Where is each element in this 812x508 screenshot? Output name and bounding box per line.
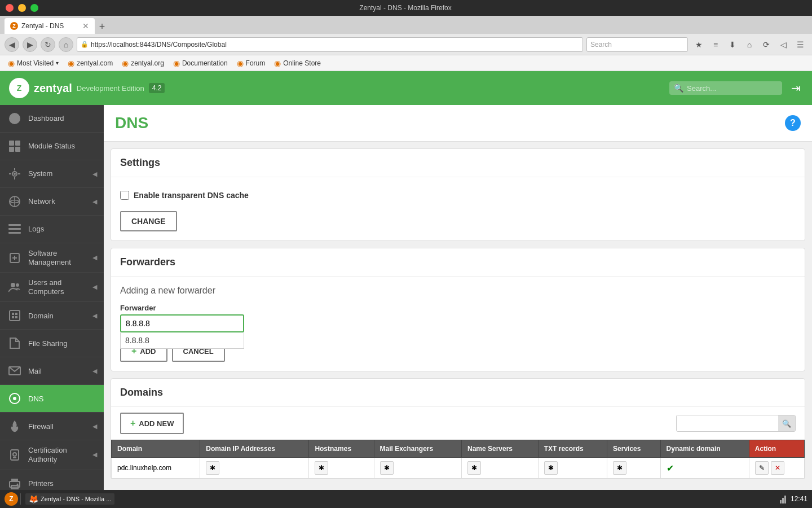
window-title: Zentyal - DNS - Mozilla Firefox (38, 4, 773, 12)
delete-domain-button[interactable]: ✕ (771, 461, 784, 475)
services-action-btn[interactable]: ✱ (613, 461, 626, 475)
users-icon (7, 279, 23, 295)
col-txt: TXT records (538, 440, 607, 458)
most-visited-bookmark[interactable]: ◉ Most Visited ▾ (5, 58, 62, 69)
edit-domain-button[interactable]: ✎ (755, 461, 769, 475)
forwarder-input[interactable] (120, 314, 244, 332)
browser-titlebar: Zentyal - DNS - Mozilla Firefox (0, 0, 812, 16)
zentyal-logout-button[interactable]: ⇥ (789, 79, 803, 97)
tab-close-icon[interactable]: ✕ (82, 21, 89, 30)
settings-section: Settings Enable transparent DNS cache CH… (111, 148, 805, 241)
table-row: pdc.linuxhelp.com ✱ ✱ (112, 458, 805, 479)
col-domain: Domain (112, 440, 200, 458)
zentyal-logo-circle: Z (9, 78, 29, 98)
refresh-button[interactable]: ↻ (41, 37, 55, 52)
sync-icon[interactable]: ⟳ (759, 37, 774, 52)
bookmark-forum[interactable]: ◉ Forum (233, 58, 269, 69)
page-header: DNS ? (104, 105, 812, 142)
zentyal-org-label: zentyal.org (131, 59, 164, 67)
enable-dns-cache-checkbox[interactable] (120, 191, 129, 200)
svg-point-35 (17, 483, 19, 485)
zentyal-org-icon: ◉ (122, 59, 129, 68)
sidebar-item-file-sharing[interactable]: File Sharing (0, 330, 104, 357)
bookmark-documentation[interactable]: ◉ Documentation (170, 58, 231, 69)
zentyal-version: 4.2 (149, 83, 165, 93)
tab-bar: Z Zentyal - DNS ✕ + (0, 16, 812, 34)
module-status-icon (7, 138, 23, 154)
svg-point-30 (13, 453, 16, 456)
page-title: DNS (115, 114, 148, 132)
forwarder-suggestion-item[interactable]: 8.8.8.8 (121, 332, 244, 348)
forwarder-suggestion-dropdown[interactable]: 8.8.8.8 (120, 332, 244, 349)
svg-rect-4 (15, 147, 20, 152)
reading-view-icon[interactable]: ≡ (708, 37, 723, 52)
taskbar-os-icon[interactable]: Z (5, 492, 18, 506)
bookmark-online-store[interactable]: ◉ Online Store (271, 58, 324, 69)
forward-button[interactable]: ▶ (23, 37, 37, 52)
sidebar-label-users: Users and Computers (28, 278, 87, 296)
pocket-icon[interactable]: ◁ (776, 37, 791, 52)
maximize-btn[interactable] (30, 4, 38, 12)
svg-rect-21 (10, 310, 20, 321)
forwarder-subtitle: Adding a new forwarder (120, 286, 796, 296)
hostnames-action-btn[interactable]: ✱ (315, 461, 328, 475)
bookmark-zentyal-com[interactable]: ◉ zentyal.com (64, 58, 116, 69)
zentyal-search[interactable]: 🔍 (669, 81, 782, 95)
minimize-btn[interactable] (18, 4, 26, 12)
sidebar-label-system: System (28, 169, 87, 178)
toolbar-icons: ★ ≡ ⬇ ⌂ ⟳ ◁ ☰ (691, 37, 807, 52)
sidebar-item-firewall[interactable]: Firewall ◀ (0, 413, 104, 440)
add-new-label: ADD NEW (139, 419, 174, 428)
close-btn[interactable] (6, 4, 14, 12)
forwarders-section: Forwarders Adding a new forwarder Forwar… (111, 248, 805, 371)
sidebar-item-users-computers[interactable]: Users and Computers ◀ (0, 273, 104, 302)
sidebar-item-system[interactable]: System ◀ (0, 160, 104, 188)
zentyal-search-input[interactable] (687, 84, 766, 93)
tab-title: Zentyal - DNS (21, 22, 64, 30)
address-bar[interactable]: 🔒 https://localhost:8443/DNS/Composite/G… (77, 37, 583, 52)
browser-tab[interactable]: Z Zentyal - DNS ✕ (5, 18, 95, 34)
sidebar-item-module-status[interactable]: Module Status (0, 133, 104, 160)
menu-icon[interactable]: ☰ (793, 37, 807, 52)
nameservers-action-btn[interactable]: ✱ (467, 461, 481, 475)
mail-icon (7, 363, 23, 379)
domain-search-input[interactable] (677, 415, 778, 431)
sidebar-item-mail[interactable]: Mail ◀ (0, 357, 104, 385)
network-chevron: ◀ (92, 198, 97, 205)
home-button[interactable]: ⌂ (59, 37, 73, 52)
add-domain-button[interactable]: + ADD NEW (120, 413, 184, 434)
col-domain-ip: Domain IP Addresses (200, 440, 309, 458)
bookmarks-icon[interactable]: ★ (691, 37, 706, 52)
change-button[interactable]: CHANGE (120, 211, 177, 231)
sidebar-item-dashboard[interactable]: Dashboard (0, 105, 104, 133)
sidebar-item-network[interactable]: Network ◀ (0, 188, 104, 216)
sidebar-item-software[interactable]: Software Management ◀ (0, 243, 104, 273)
back-button[interactable]: ◀ (5, 37, 19, 52)
svg-rect-25 (15, 316, 17, 318)
system-chevron: ◀ (92, 170, 97, 178)
dns-icon (7, 391, 23, 406)
home-toolbar-icon[interactable]: ⌂ (742, 37, 757, 52)
bookmark-zentyal-org[interactable]: ◉ zentyal.org (118, 58, 167, 69)
new-tab-button[interactable]: + (95, 19, 109, 34)
txt-action-btn[interactable]: ✱ (544, 461, 558, 475)
sidebar-item-dns[interactable]: DNS (0, 385, 104, 413)
domain-ip-action-btn[interactable]: ✱ (206, 461, 219, 475)
downloads-icon[interactable]: ⬇ (725, 37, 740, 52)
col-action: Action (749, 440, 804, 458)
browser-search-box[interactable]: Search (586, 37, 688, 52)
online-store-label: Online Store (283, 59, 321, 67)
sidebar-item-certification-authority[interactable]: Certification Authority ◀ (0, 440, 104, 470)
most-visited-icon: ◉ (8, 59, 15, 68)
taskbar-firefox-app[interactable]: 🦊 Zentyal - DNS - Mozilla ... (25, 493, 114, 505)
sidebar-label-file-sharing: File Sharing (28, 339, 97, 348)
help-icon[interactable]: ? (785, 115, 801, 131)
online-store-icon: ◉ (274, 59, 281, 68)
firefox-icon: 🦊 (29, 494, 38, 503)
sidebar-item-logs[interactable]: Logs (0, 216, 104, 243)
domain-search-button[interactable]: 🔍 (778, 415, 795, 431)
cell-nameservers: ✱ (461, 458, 538, 479)
sidebar-item-domain[interactable]: Domain ◀ (0, 302, 104, 330)
mail-action-btn[interactable]: ✱ (380, 461, 394, 475)
zentyal-logo: Z zentyal Development Edition 4.2 (9, 78, 165, 98)
